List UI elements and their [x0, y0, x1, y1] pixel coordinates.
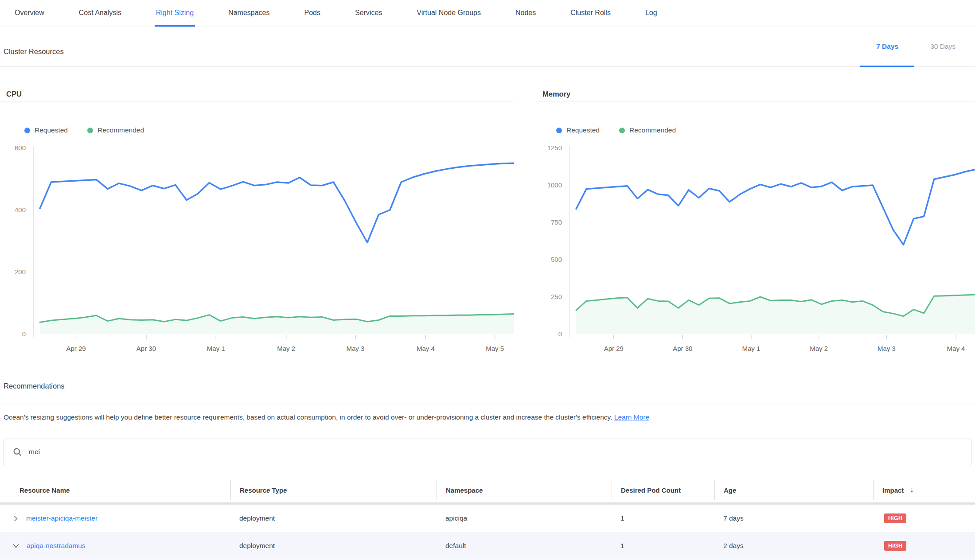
resource-name-link[interactable]: meister-apiciqa-meister [26, 514, 98, 522]
x-axis-label: May 1 [207, 345, 225, 352]
tab-overview[interactable]: Overview [13, 0, 46, 27]
cpu-chart-legend: RequestedRecommended [24, 126, 144, 134]
resource-type-cell: deployment [230, 542, 437, 550]
search-input[interactable] [29, 448, 962, 456]
search-icon [13, 447, 22, 457]
legend-item-recommended: Recommended [619, 126, 676, 134]
column-header-desired-pod-count[interactable]: Desired Pod Count [612, 480, 714, 500]
tab-namespaces[interactable]: Namespaces [227, 0, 271, 27]
series-line-requested [576, 170, 975, 245]
y-axis-tick: 600 [15, 144, 26, 152]
legend-item-requested: Requested [24, 126, 68, 134]
memory-chart-title: Memory [542, 90, 570, 98]
tab-cost-analysis[interactable]: Cost Analysis [78, 0, 123, 27]
y-axis-tick: 400 [15, 206, 26, 214]
table-row-meister-apiciqa-meister[interactable]: meister-apiciqa-meisterdeploymentapiciqa… [0, 505, 975, 532]
cpu-chart-title: CPU [6, 90, 22, 98]
y-axis-tick: 200 [15, 268, 26, 276]
range-30-days[interactable]: 30 Days [914, 27, 971, 67]
column-header-label: Namespace [446, 486, 483, 494]
impact-cell: HIGH [873, 513, 975, 523]
y-axis-tick: 500 [551, 256, 562, 263]
tab-log[interactable]: Log [644, 0, 659, 27]
cluster-resources-header: Cluster Resources 7 Days30 Days [0, 27, 975, 67]
tab-pods[interactable]: Pods [303, 0, 321, 27]
recommendations-title: Recommendations [4, 382, 65, 390]
recommendations-table: Resource NameResource TypeNamespaceDesir… [0, 478, 975, 560]
range-7-days[interactable]: 7 Days [860, 27, 914, 67]
page-title: Cluster Resources [4, 47, 64, 66]
column-header-namespace[interactable]: Namespace [437, 480, 612, 500]
legend-dot-recommended [619, 128, 625, 133]
tab-nodes[interactable]: Nodes [514, 0, 537, 27]
impact-cell: HIGH [873, 541, 975, 551]
resource-name-link[interactable]: apiqa-nostradamus [27, 542, 86, 550]
resource-name-cell: apiqa-nostradamus [0, 542, 230, 550]
table-row-apiqa-nostradamus[interactable]: apiqa-nostradamusdeploymentdefault12 day… [0, 532, 975, 560]
legend-label: Recommended [98, 126, 144, 134]
x-axis-label: Apr 30 [136, 345, 156, 352]
cpu-chart-panel: CPU RequestedRecommended 0200400600Apr 2… [0, 67, 514, 359]
y-axis-tick: 1250 [547, 144, 562, 152]
divider [0, 404, 975, 404]
cpu-chart: 0200400600Apr 29Apr 30May 1May 2May 3May… [0, 137, 514, 358]
x-axis-label: May 3 [878, 345, 896, 352]
legend-item-recommended: Recommended [87, 126, 144, 134]
column-header-label: Impact [882, 486, 904, 494]
x-axis-label: May 5 [486, 345, 504, 352]
legend-label: Requested [566, 126, 600, 134]
top-nav: OverviewCost AnalysisRight SizingNamespa… [0, 0, 975, 27]
memory-chart-legend: RequestedRecommended [556, 126, 676, 134]
recommendations-description-text: Ocean's resizing suggestions will help y… [4, 413, 614, 421]
x-axis-label: May 1 [742, 345, 760, 352]
legend-dot-recommended [87, 128, 93, 133]
column-header-age[interactable]: Age [714, 480, 873, 500]
column-header-resource-name[interactable]: Resource Name [0, 480, 230, 500]
age-cell: 7 days [714, 514, 873, 522]
y-axis-tick: 0 [22, 330, 26, 338]
learn-more-link[interactable]: Learn More [614, 413, 649, 421]
column-header-label: Resource Name [20, 486, 70, 494]
series-line-requested [40, 163, 514, 242]
memory-chart: 025050075010001250Apr 29Apr 30May 1May 2… [536, 137, 975, 358]
search-box [4, 439, 971, 465]
sort-arrow-icon[interactable]: ↓ [910, 486, 913, 494]
column-header-label: Age [724, 486, 736, 494]
column-header-resource-type[interactable]: Resource Type [230, 480, 437, 500]
tab-services[interactable]: Services [354, 0, 383, 27]
chevron-right-icon[interactable] [12, 515, 19, 522]
divider [536, 101, 975, 101]
y-axis-tick: 0 [558, 330, 562, 338]
memory-chart-panel: Memory RequestedRecommended 025050075010… [536, 67, 975, 359]
y-axis-tick: 1000 [547, 181, 562, 189]
desired-pod-count-cell: 1 [612, 542, 714, 550]
recommendations-description: Ocean's resizing suggestions will help y… [4, 413, 974, 421]
tab-virtual-node-groups[interactable]: Virtual Node Groups [415, 0, 482, 27]
y-axis-tick: 250 [551, 293, 562, 300]
legend-label: Recommended [629, 126, 676, 134]
column-header-impact[interactable]: Impact↓ [873, 480, 975, 500]
impact-badge: HIGH [884, 513, 906, 523]
x-axis-label: May 2 [810, 345, 828, 352]
legend-dot-requested [24, 128, 30, 133]
tab-right-sizing[interactable]: Right Sizing [155, 0, 195, 27]
age-cell: 2 days [714, 542, 873, 550]
chevron-down-icon[interactable] [12, 542, 20, 549]
legend-label: Requested [35, 126, 68, 134]
impact-badge: HIGH [884, 541, 906, 551]
column-header-label: Resource Type [240, 486, 287, 494]
desired-pod-count-cell: 1 [612, 514, 714, 522]
resource-name-cell: meister-apiciqa-meister [0, 514, 230, 522]
x-axis-label: Apr 29 [66, 345, 86, 352]
column-header-label: Desired Pod Count [621, 486, 681, 494]
x-axis-label: Apr 30 [673, 345, 692, 352]
divider [0, 101, 514, 101]
namespace-cell: apiciqa [437, 514, 612, 522]
table-header-row: Resource NameResource TypeNamespaceDesir… [0, 478, 975, 502]
x-axis-label: May 3 [347, 345, 365, 352]
time-range-tabs: 7 Days30 Days [860, 27, 971, 66]
legend-dot-requested [556, 128, 562, 133]
x-axis-label: May 2 [277, 345, 295, 352]
tab-cluster-rolls[interactable]: Cluster Rolls [569, 0, 612, 27]
namespace-cell: default [437, 542, 612, 550]
